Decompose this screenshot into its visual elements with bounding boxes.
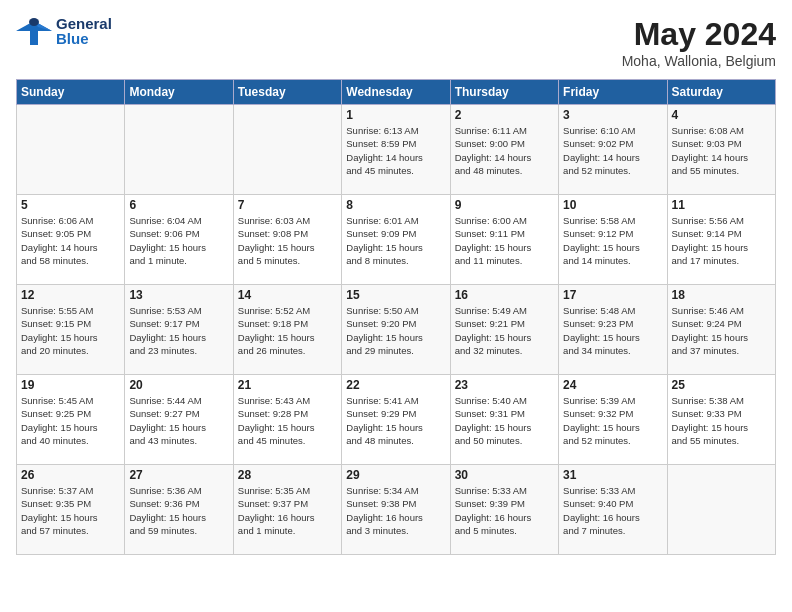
day-info-text: Sunrise: 5:48 AM Sunset: 9:23 PM Dayligh…	[563, 304, 662, 357]
calendar-day-cell: 16Sunrise: 5:49 AM Sunset: 9:21 PM Dayli…	[450, 285, 558, 375]
day-number: 18	[672, 288, 771, 302]
weekday-header-row: SundayMondayTuesdayWednesdayThursdayFrid…	[17, 80, 776, 105]
day-info-text: Sunrise: 5:43 AM Sunset: 9:28 PM Dayligh…	[238, 394, 337, 447]
logo-bird-icon	[16, 17, 52, 45]
day-info-text: Sunrise: 5:34 AM Sunset: 9:38 PM Dayligh…	[346, 484, 445, 537]
day-info-text: Sunrise: 5:35 AM Sunset: 9:37 PM Dayligh…	[238, 484, 337, 537]
day-number: 25	[672, 378, 771, 392]
day-number: 19	[21, 378, 120, 392]
calendar-week-row: 12Sunrise: 5:55 AM Sunset: 9:15 PM Dayli…	[17, 285, 776, 375]
svg-point-2	[29, 18, 39, 26]
calendar-day-cell: 31Sunrise: 5:33 AM Sunset: 9:40 PM Dayli…	[559, 465, 667, 555]
day-number: 4	[672, 108, 771, 122]
calendar-day-cell: 11Sunrise: 5:56 AM Sunset: 9:14 PM Dayli…	[667, 195, 775, 285]
calendar-day-cell: 13Sunrise: 5:53 AM Sunset: 9:17 PM Dayli…	[125, 285, 233, 375]
day-info-text: Sunrise: 5:38 AM Sunset: 9:33 PM Dayligh…	[672, 394, 771, 447]
month-year-title: May 2024	[622, 16, 776, 53]
calendar-day-cell	[17, 105, 125, 195]
calendar-week-row: 1Sunrise: 6:13 AM Sunset: 8:59 PM Daylig…	[17, 105, 776, 195]
day-number: 21	[238, 378, 337, 392]
logo: General Blue	[16, 16, 112, 46]
day-number: 1	[346, 108, 445, 122]
weekday-header: Wednesday	[342, 80, 450, 105]
day-info-text: Sunrise: 6:10 AM Sunset: 9:02 PM Dayligh…	[563, 124, 662, 177]
logo-text: General Blue	[56, 16, 112, 46]
title-area: May 2024 Moha, Wallonia, Belgium	[622, 16, 776, 69]
day-info-text: Sunrise: 5:36 AM Sunset: 9:36 PM Dayligh…	[129, 484, 228, 537]
calendar-day-cell: 21Sunrise: 5:43 AM Sunset: 9:28 PM Dayli…	[233, 375, 341, 465]
day-info-text: Sunrise: 5:56 AM Sunset: 9:14 PM Dayligh…	[672, 214, 771, 267]
calendar-week-row: 26Sunrise: 5:37 AM Sunset: 9:35 PM Dayli…	[17, 465, 776, 555]
day-info-text: Sunrise: 5:46 AM Sunset: 9:24 PM Dayligh…	[672, 304, 771, 357]
day-number: 12	[21, 288, 120, 302]
calendar-day-cell: 15Sunrise: 5:50 AM Sunset: 9:20 PM Dayli…	[342, 285, 450, 375]
day-info-text: Sunrise: 5:55 AM Sunset: 9:15 PM Dayligh…	[21, 304, 120, 357]
weekday-header: Thursday	[450, 80, 558, 105]
calendar-day-cell	[125, 105, 233, 195]
day-info-text: Sunrise: 5:52 AM Sunset: 9:18 PM Dayligh…	[238, 304, 337, 357]
day-number: 28	[238, 468, 337, 482]
calendar-day-cell: 8Sunrise: 6:01 AM Sunset: 9:09 PM Daylig…	[342, 195, 450, 285]
day-number: 9	[455, 198, 554, 212]
calendar-day-cell: 3Sunrise: 6:10 AM Sunset: 9:02 PM Daylig…	[559, 105, 667, 195]
weekday-header: Friday	[559, 80, 667, 105]
day-number: 29	[346, 468, 445, 482]
day-number: 7	[238, 198, 337, 212]
day-number: 3	[563, 108, 662, 122]
weekday-header: Tuesday	[233, 80, 341, 105]
day-number: 2	[455, 108, 554, 122]
logo-general-text: General	[56, 16, 112, 31]
day-number: 24	[563, 378, 662, 392]
day-number: 31	[563, 468, 662, 482]
calendar-day-cell: 12Sunrise: 5:55 AM Sunset: 9:15 PM Dayli…	[17, 285, 125, 375]
day-info-text: Sunrise: 5:41 AM Sunset: 9:29 PM Dayligh…	[346, 394, 445, 447]
calendar-day-cell: 20Sunrise: 5:44 AM Sunset: 9:27 PM Dayli…	[125, 375, 233, 465]
day-number: 22	[346, 378, 445, 392]
header: General Blue May 2024 Moha, Wallonia, Be…	[16, 16, 776, 69]
weekday-header: Sunday	[17, 80, 125, 105]
day-info-text: Sunrise: 6:00 AM Sunset: 9:11 PM Dayligh…	[455, 214, 554, 267]
calendar-day-cell: 4Sunrise: 6:08 AM Sunset: 9:03 PM Daylig…	[667, 105, 775, 195]
calendar-day-cell	[667, 465, 775, 555]
day-number: 26	[21, 468, 120, 482]
calendar-day-cell: 30Sunrise: 5:33 AM Sunset: 9:39 PM Dayli…	[450, 465, 558, 555]
day-info-text: Sunrise: 5:37 AM Sunset: 9:35 PM Dayligh…	[21, 484, 120, 537]
calendar-day-cell: 26Sunrise: 5:37 AM Sunset: 9:35 PM Dayli…	[17, 465, 125, 555]
day-info-text: Sunrise: 6:04 AM Sunset: 9:06 PM Dayligh…	[129, 214, 228, 267]
calendar-day-cell: 19Sunrise: 5:45 AM Sunset: 9:25 PM Dayli…	[17, 375, 125, 465]
day-info-text: Sunrise: 5:40 AM Sunset: 9:31 PM Dayligh…	[455, 394, 554, 447]
calendar-day-cell: 17Sunrise: 5:48 AM Sunset: 9:23 PM Dayli…	[559, 285, 667, 375]
calendar-day-cell: 22Sunrise: 5:41 AM Sunset: 9:29 PM Dayli…	[342, 375, 450, 465]
day-number: 15	[346, 288, 445, 302]
day-info-text: Sunrise: 6:01 AM Sunset: 9:09 PM Dayligh…	[346, 214, 445, 267]
day-info-text: Sunrise: 5:33 AM Sunset: 9:40 PM Dayligh…	[563, 484, 662, 537]
calendar-day-cell: 6Sunrise: 6:04 AM Sunset: 9:06 PM Daylig…	[125, 195, 233, 285]
calendar-day-cell: 5Sunrise: 6:06 AM Sunset: 9:05 PM Daylig…	[17, 195, 125, 285]
calendar-day-cell: 9Sunrise: 6:00 AM Sunset: 9:11 PM Daylig…	[450, 195, 558, 285]
location-subtitle: Moha, Wallonia, Belgium	[622, 53, 776, 69]
calendar-day-cell: 7Sunrise: 6:03 AM Sunset: 9:08 PM Daylig…	[233, 195, 341, 285]
day-info-text: Sunrise: 5:50 AM Sunset: 9:20 PM Dayligh…	[346, 304, 445, 357]
day-info-text: Sunrise: 5:45 AM Sunset: 9:25 PM Dayligh…	[21, 394, 120, 447]
weekday-header: Saturday	[667, 80, 775, 105]
day-number: 6	[129, 198, 228, 212]
day-info-text: Sunrise: 5:39 AM Sunset: 9:32 PM Dayligh…	[563, 394, 662, 447]
calendar-week-row: 5Sunrise: 6:06 AM Sunset: 9:05 PM Daylig…	[17, 195, 776, 285]
weekday-header: Monday	[125, 80, 233, 105]
day-info-text: Sunrise: 5:53 AM Sunset: 9:17 PM Dayligh…	[129, 304, 228, 357]
day-info-text: Sunrise: 5:49 AM Sunset: 9:21 PM Dayligh…	[455, 304, 554, 357]
calendar-day-cell: 23Sunrise: 5:40 AM Sunset: 9:31 PM Dayli…	[450, 375, 558, 465]
calendar-week-row: 19Sunrise: 5:45 AM Sunset: 9:25 PM Dayli…	[17, 375, 776, 465]
calendar-day-cell: 25Sunrise: 5:38 AM Sunset: 9:33 PM Dayli…	[667, 375, 775, 465]
day-number: 10	[563, 198, 662, 212]
calendar-day-cell: 10Sunrise: 5:58 AM Sunset: 9:12 PM Dayli…	[559, 195, 667, 285]
day-info-text: Sunrise: 6:13 AM Sunset: 8:59 PM Dayligh…	[346, 124, 445, 177]
day-number: 11	[672, 198, 771, 212]
day-number: 14	[238, 288, 337, 302]
day-info-text: Sunrise: 5:33 AM Sunset: 9:39 PM Dayligh…	[455, 484, 554, 537]
calendar-day-cell	[233, 105, 341, 195]
day-number: 20	[129, 378, 228, 392]
calendar-day-cell: 2Sunrise: 6:11 AM Sunset: 9:00 PM Daylig…	[450, 105, 558, 195]
day-info-text: Sunrise: 6:08 AM Sunset: 9:03 PM Dayligh…	[672, 124, 771, 177]
calendar-day-cell: 24Sunrise: 5:39 AM Sunset: 9:32 PM Dayli…	[559, 375, 667, 465]
